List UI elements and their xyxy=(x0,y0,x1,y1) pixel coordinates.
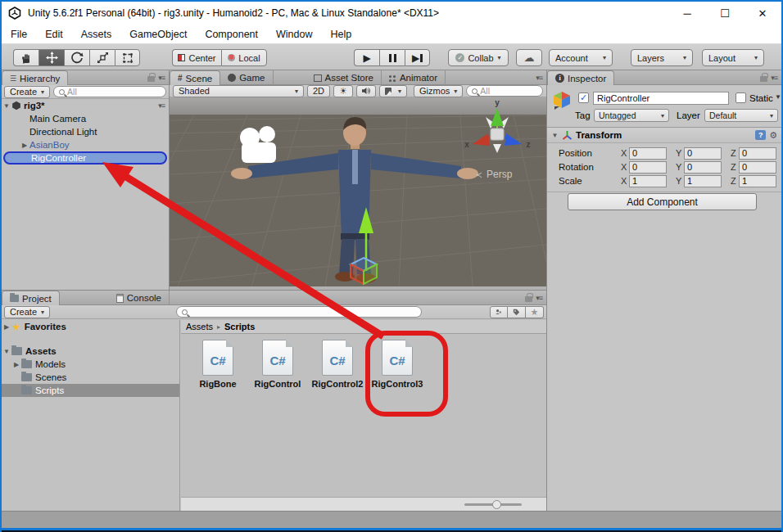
move-tool-button[interactable] xyxy=(38,49,64,66)
scale-y-field[interactable]: 1 xyxy=(684,175,722,187)
breadcrumb-root[interactable]: Assets xyxy=(186,322,213,331)
triangle-down-icon[interactable]: ▼ xyxy=(2,348,11,355)
menu-help[interactable]: Help xyxy=(321,25,360,43)
tab-game[interactable]: Game xyxy=(220,70,273,85)
tab-inspector[interactable]: i Inspector xyxy=(547,70,614,85)
menu-edit[interactable]: Edit xyxy=(36,25,72,43)
triangle-down-icon[interactable]: ▼ xyxy=(551,132,559,139)
tab-project[interactable]: Project xyxy=(2,291,60,305)
help-icon[interactable]: ? xyxy=(755,130,766,140)
project-create-button[interactable]: Create ▾ xyxy=(4,306,50,318)
pane-menu-icon[interactable]: ▾≡ xyxy=(536,74,542,82)
audio-toggle-button[interactable] xyxy=(356,85,376,97)
layout-dropdown[interactable]: Layout ▾ xyxy=(702,49,764,66)
lighting-toggle-button[interactable]: ☀ xyxy=(333,85,353,97)
project-search-input[interactable] xyxy=(176,306,422,318)
file-rigcontrol[interactable]: C# RigControl xyxy=(248,340,307,389)
gear-icon[interactable]: ⚙ xyxy=(769,130,777,141)
maximize-button[interactable]: ☐ xyxy=(706,2,744,25)
scene-root-row[interactable]: ▼ rig3* ▾≡ xyxy=(2,99,169,112)
pane-menu-icon[interactable]: ▾≡ xyxy=(771,74,777,82)
tab-scene[interactable]: # Scene xyxy=(170,70,220,85)
triangle-right-icon[interactable]: ▶ xyxy=(2,323,11,331)
menu-assets[interactable]: Assets xyxy=(72,25,121,43)
tree-item-scenes[interactable]: Scenes xyxy=(2,371,179,384)
selection-gizmo-cube[interactable] xyxy=(351,258,377,284)
step-button[interactable]: ▶ xyxy=(405,49,430,66)
rotation-y-field[interactable]: 0 xyxy=(684,161,722,174)
file-rigcontrol3[interactable]: C# RigControl3 xyxy=(368,340,427,389)
persp-label[interactable]: Persp xyxy=(487,169,513,180)
account-dropdown[interactable]: Account ▾ xyxy=(549,49,613,66)
menu-window[interactable]: Window xyxy=(267,25,321,43)
lock-icon[interactable] xyxy=(760,76,767,82)
menu-component[interactable]: Component xyxy=(196,25,267,43)
hand-tool-button[interactable] xyxy=(13,49,38,66)
2d-toggle-button[interactable]: 2D xyxy=(307,85,330,97)
search-by-label-button[interactable] xyxy=(508,306,526,318)
rotation-x-field[interactable]: 0 xyxy=(629,161,667,174)
scale-tool-button[interactable] xyxy=(89,49,115,66)
file-rigbone[interactable]: C# RigBone xyxy=(188,340,247,389)
pane-menu-icon[interactable]: ▾≡ xyxy=(158,74,165,82)
tree-item-assets[interactable]: ▼ Assets xyxy=(2,345,179,358)
gizmos-dropdown[interactable]: Gizmos ▾ xyxy=(414,85,463,97)
search-by-type-button[interactable] xyxy=(490,306,508,318)
menu-file[interactable]: File xyxy=(2,25,36,43)
triangle-right-icon[interactable]: ▶ xyxy=(20,142,29,149)
tab-hierarchy[interactable]: ☰ Hierarchy xyxy=(2,70,68,85)
rotate-tool-button[interactable] xyxy=(64,49,89,66)
hierarchy-item-asianboy[interactable]: ▶ AsianBoy xyxy=(2,138,169,151)
menu-gameobject[interactable]: GameObject xyxy=(120,25,196,43)
gameobject-name-field[interactable]: RigController xyxy=(593,92,729,105)
breadcrumb-current[interactable]: Scripts xyxy=(224,322,255,331)
close-button[interactable]: ✕ xyxy=(744,2,781,25)
pane-menu-icon[interactable]: ▾≡ xyxy=(536,294,542,302)
hierarchy-create-button[interactable]: Create ▾ xyxy=(4,86,50,98)
hierarchy-search-input[interactable]: All xyxy=(53,86,166,97)
hierarchy-item-main-camera[interactable]: Main Camera xyxy=(2,112,169,125)
favorites-filter-button[interactable]: ★ xyxy=(526,306,544,318)
tree-item-scripts[interactable]: Scripts xyxy=(2,384,179,397)
tab-console[interactable]: Console xyxy=(109,291,170,305)
triangle-down-icon[interactable]: ▼ xyxy=(2,102,11,110)
cloud-button[interactable]: ☁ xyxy=(516,49,542,66)
lock-icon[interactable] xyxy=(525,296,532,302)
effects-dropdown-button[interactable]: ▾ xyxy=(379,85,407,97)
static-dropdown-icon[interactable]: ▼ xyxy=(775,93,781,101)
tag-dropdown[interactable]: Untagged ▾ xyxy=(594,109,669,122)
scene-menu-icon[interactable]: ▾≡ xyxy=(158,101,169,110)
scale-x-field[interactable]: 1 xyxy=(629,175,667,187)
pause-button[interactable] xyxy=(379,49,405,66)
tab-animator[interactable]: Animator xyxy=(382,70,446,85)
lock-icon[interactable] xyxy=(147,76,155,82)
tree-item-models[interactable]: ▶ Models xyxy=(2,358,179,371)
hierarchy-item-directional-light[interactable]: Directional Light xyxy=(2,125,169,138)
rotation-z-field[interactable]: 0 xyxy=(739,161,776,174)
position-x-field[interactable]: 0 xyxy=(629,147,667,160)
position-y-field[interactable]: 0 xyxy=(684,147,722,160)
rect-tool-button[interactable] xyxy=(115,49,140,66)
hierarchy-item-rigcontroller[interactable]: RigController xyxy=(3,151,167,165)
pivot-center-button[interactable]: Center xyxy=(172,49,221,66)
layer-dropdown[interactable]: Default ▾ xyxy=(704,109,778,122)
active-checkbox[interactable]: ✓ xyxy=(578,92,589,103)
tab-asset-store[interactable]: Asset Store xyxy=(306,70,382,85)
static-checkbox[interactable] xyxy=(735,92,746,103)
add-component-button[interactable]: Add Component xyxy=(568,193,757,210)
scene-viewport[interactable]: y x z ≺ Persp xyxy=(170,97,546,286)
rotation-local-button[interactable]: Local xyxy=(221,49,267,66)
scale-z-field[interactable]: 1 xyxy=(739,175,776,187)
shading-mode-dropdown[interactable]: Shaded ▾ xyxy=(173,85,304,97)
collab-button[interactable]: ✓ Collab ▾ xyxy=(448,49,509,66)
zoom-slider-knob[interactable] xyxy=(492,500,501,509)
play-button[interactable]: ▶ xyxy=(354,49,379,66)
transform-header[interactable]: ▼ Transform ? ⚙ xyxy=(547,128,781,143)
tree-item-favorites[interactable]: ▶ ★ Favorites xyxy=(2,320,179,333)
layers-dropdown[interactable]: Layers ▾ xyxy=(631,49,693,66)
position-z-field[interactable]: 0 xyxy=(739,147,776,160)
triangle-right-icon[interactable]: ▶ xyxy=(11,361,21,368)
scene-search-input[interactable]: All xyxy=(466,85,543,97)
minimize-button[interactable]: ─ xyxy=(668,2,706,25)
file-rigcontrol2[interactable]: C# RigControl2 xyxy=(308,340,367,389)
